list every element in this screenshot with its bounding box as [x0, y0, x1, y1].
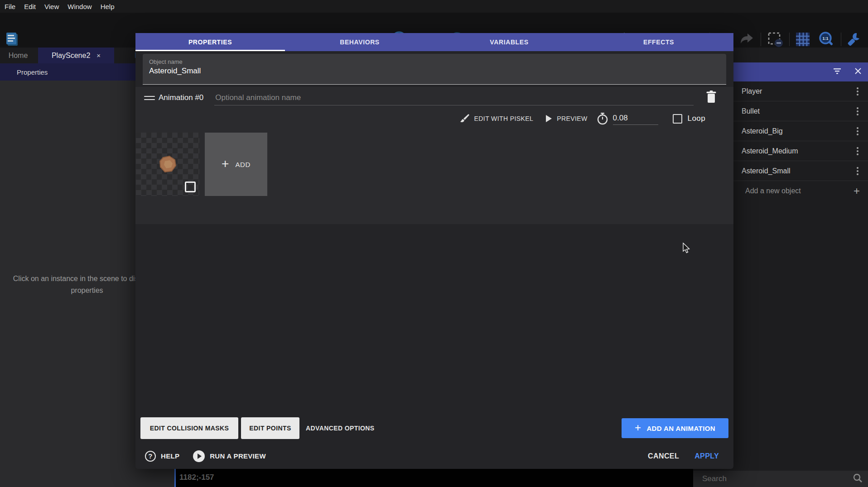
plus-icon: +	[635, 422, 641, 433]
render-mask-icon[interactable]	[767, 31, 784, 48]
menu-file[interactable]: File	[5, 3, 15, 10]
edit-with-piskel-button[interactable]: EDIT WITH PISKEL	[459, 113, 534, 124]
dialog-action-row: EDIT COLLISION MASKS EDIT POINTS ADVANCE…	[135, 417, 733, 439]
project-manager-icon[interactable]	[4, 31, 21, 48]
run-a-preview-label: RUN A PREVIEW	[210, 452, 266, 460]
svg-text:1:1: 1:1	[822, 36, 828, 41]
animation-header: Animation #0	[135, 87, 733, 109]
menu-view[interactable]: View	[44, 3, 59, 10]
plus-icon: +	[854, 185, 860, 197]
stopwatch-icon	[597, 112, 608, 125]
play-icon	[545, 115, 552, 123]
menu-help[interactable]: Help	[101, 3, 115, 10]
tab-playscene2-label: PlayScene2	[52, 52, 90, 60]
add-frame-label: ADD	[235, 161, 250, 168]
tab-properties[interactable]: PROPERTIES	[135, 33, 285, 51]
zoom-one-to-one-icon[interactable]: 1:1	[818, 31, 835, 48]
dialog-tab-bar: PROPERTIES BEHAVIORS VARIABLES EFFECTS	[135, 33, 733, 51]
preview-animation-label: PREVIEW	[557, 115, 587, 122]
time-between-frames	[597, 112, 658, 125]
object-name-field: Object name	[143, 54, 726, 85]
object-name: Asteroid_Small	[742, 167, 854, 175]
filter-icon[interactable]	[833, 67, 842, 76]
settings-wrench-icon[interactable]	[845, 31, 863, 48]
tab-home-label: Home	[9, 52, 28, 60]
cursor-coordinates: 1182;-157	[179, 473, 214, 482]
brush-icon	[459, 113, 470, 124]
loop-checkbox[interactable]	[673, 114, 682, 124]
play-circle-icon	[193, 450, 205, 462]
apply-button[interactable]: APPLY	[694, 452, 719, 460]
tab-playscene2[interactable]: PlayScene2 ×	[38, 48, 114, 63]
dialog-footer: ? HELP RUN A PREVIEW CANCEL APPLY	[135, 446, 733, 466]
object-name: Player	[742, 87, 854, 95]
add-an-animation-label: ADD AN ANIMATION	[646, 425, 715, 432]
objects-search-bar	[693, 471, 868, 487]
gdevelop-window: File Edit View Window Help	[0, 0, 868, 487]
search-icon	[853, 473, 863, 485]
add-new-object-label: Add a new object	[745, 187, 854, 195]
edit-points-button[interactable]: EDIT POINTS	[241, 417, 299, 439]
mouse-cursor	[682, 243, 691, 256]
frame-thumbnail[interactable]	[136, 133, 199, 196]
help-button[interactable]: ? HELP	[145, 451, 179, 462]
object-menu-icon[interactable]	[854, 127, 862, 135]
toolbar-divider	[761, 33, 761, 46]
close-panel-icon[interactable]	[854, 67, 862, 76]
add-an-animation-button[interactable]: + ADD AN ANIMATION	[622, 418, 728, 438]
object-name-input[interactable]	[149, 67, 711, 76]
time-between-frames-input[interactable]	[613, 113, 658, 125]
animation-controls: EDIT WITH PISKEL PREVIEW	[135, 109, 733, 129]
tab-variables[interactable]: VARIABLES	[434, 33, 584, 51]
toolbar-divider	[841, 33, 841, 46]
drag-handle-icon[interactable]	[144, 96, 155, 100]
cancel-button[interactable]: CANCEL	[648, 452, 679, 460]
objects-search-input[interactable]	[702, 474, 853, 483]
loop-toggle[interactable]: Loop	[673, 114, 705, 124]
advanced-options-button[interactable]: ADVANCED OPTIONS	[306, 417, 375, 439]
object-name: Asteroid_Big	[742, 127, 854, 135]
animation-card: Animation #0 EDIT WITH PISKEL	[135, 87, 733, 224]
toolbar-divider	[789, 33, 790, 46]
plus-icon: +	[222, 158, 229, 170]
preview-animation-button[interactable]: PREVIEW	[545, 115, 587, 123]
edit-with-piskel-label: EDIT WITH PISKEL	[474, 115, 534, 122]
properties-panel-title: Properties	[17, 68, 48, 76]
object-menu-icon[interactable]	[854, 87, 862, 95]
loop-label: Loop	[688, 114, 705, 123]
animation-frames: + ADD	[135, 133, 733, 196]
object-name: Bullet	[742, 107, 854, 115]
delete-animation-icon[interactable]	[705, 90, 717, 105]
grid-icon[interactable]	[794, 31, 811, 48]
menu-edit[interactable]: Edit	[24, 3, 36, 10]
object-name: Asteroid_Medium	[742, 147, 854, 155]
object-menu-icon[interactable]	[854, 107, 862, 115]
edit-collision-masks-button[interactable]: EDIT COLLISION MASKS	[140, 417, 238, 439]
menu-bar: File Edit View Window Help	[0, 0, 868, 13]
object-menu-icon[interactable]	[854, 167, 862, 175]
menu-window[interactable]: Window	[68, 3, 92, 10]
object-editor-dialog: PROPERTIES BEHAVIORS VARIABLES EFFECTS O…	[135, 33, 733, 469]
run-a-preview-button[interactable]: RUN A PREVIEW	[193, 450, 266, 462]
tab-close-icon[interactable]: ×	[96, 52, 101, 59]
tab-behaviors[interactable]: BEHAVIORS	[285, 33, 434, 51]
object-name-label: Object name	[143, 54, 726, 65]
frame-select-checkbox[interactable]	[185, 181, 196, 192]
tab-home[interactable]: Home	[0, 48, 36, 63]
animation-name-input[interactable]	[214, 91, 694, 105]
object-menu-icon[interactable]	[854, 147, 862, 155]
redo-icon[interactable]	[738, 31, 755, 48]
tab-effects[interactable]: EFFECTS	[584, 33, 733, 51]
animation-title: Animation #0	[159, 93, 203, 102]
help-icon: ?	[145, 451, 156, 462]
add-frame-button[interactable]: + ADD	[205, 133, 267, 196]
help-label: HELP	[161, 452, 179, 460]
